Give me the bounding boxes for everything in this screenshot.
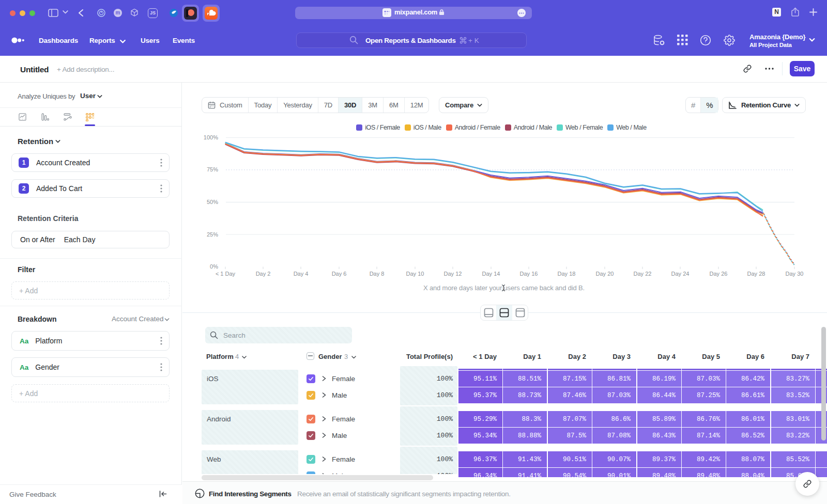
svg-text:Day 4: Day 4 — [294, 271, 309, 277]
svg-text:50%: 50% — [207, 199, 218, 205]
svg-text:25%: 25% — [207, 231, 218, 238]
svg-text:Day 30: Day 30 — [786, 271, 804, 277]
svg-text:Day 22: Day 22 — [634, 271, 652, 277]
svg-text:0%: 0% — [210, 263, 218, 270]
svg-text:Day 24: Day 24 — [671, 271, 690, 277]
svg-text:Day 12: Day 12 — [444, 271, 462, 277]
svg-text:Day 18: Day 18 — [558, 271, 576, 277]
svg-text:100%: 100% — [204, 134, 218, 140]
svg-text:Day 26: Day 26 — [710, 271, 728, 277]
svg-text:Day 16: Day 16 — [520, 271, 538, 277]
svg-text:Day 8: Day 8 — [370, 271, 385, 277]
svg-text:Day 14: Day 14 — [482, 271, 500, 277]
svg-text:Day 10: Day 10 — [406, 271, 424, 277]
svg-text:Day 6: Day 6 — [332, 271, 347, 277]
svg-text:Day 20: Day 20 — [596, 271, 614, 277]
svg-text:< 1 Day: < 1 Day — [216, 271, 236, 277]
svg-text:Day 28: Day 28 — [747, 271, 765, 277]
svg-text:75%: 75% — [207, 166, 218, 172]
svg-text:Day 2: Day 2 — [256, 271, 271, 277]
